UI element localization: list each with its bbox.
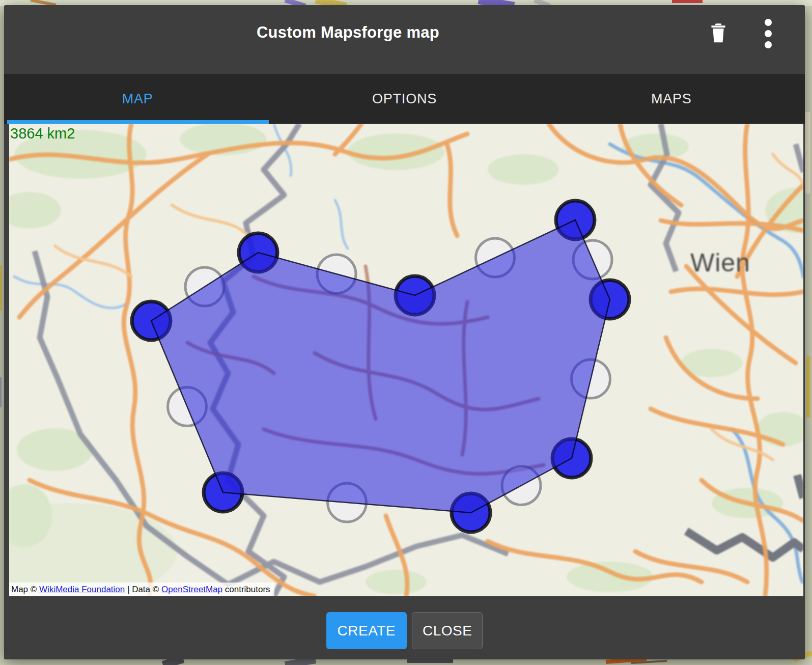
tab-map[interactable]: MAP (4, 74, 271, 124)
tab-options[interactable]: OPTIONS (271, 74, 538, 124)
dialog-actions: CREATE CLOSE (4, 612, 805, 649)
custom-mapsforge-dialog: Custom Mapsforge map MAP OPTIONS MAPS (4, 5, 805, 659)
create-button[interactable]: CREATE (326, 612, 407, 649)
selection-polygon-layer (9, 124, 803, 596)
trash-icon-glyph (707, 21, 730, 46)
close-button[interactable]: CLOSE (412, 612, 483, 649)
map-attribution: Map © WikiMedia Foundation | Data © Open… (9, 583, 274, 596)
dialog-titlebar: Custom Mapsforge map (4, 5, 805, 74)
attribution-text: Map © (11, 585, 37, 594)
selection-polygon[interactable] (151, 220, 610, 513)
selected-area-size-label: 3864 km2 (10, 125, 75, 142)
overflow-menu-icon[interactable] (754, 19, 782, 48)
attribution-text: | Data © (127, 585, 159, 594)
map-view[interactable]: Wien 3864 km2 Map © WikiMedia Foundation… (9, 124, 803, 596)
tab-maps[interactable]: MAPS (538, 74, 805, 124)
active-tab-indicator (7, 120, 269, 124)
openstreetmap-link[interactable]: OpenStreetMap (161, 585, 222, 594)
tab-bar: MAP OPTIONS MAPS (4, 74, 805, 124)
wikimedia-link[interactable]: WikiMedia Foundation (39, 585, 125, 594)
trash-icon[interactable] (704, 19, 733, 48)
dialog-title: Custom Mapsforge map (4, 23, 805, 42)
overflow-menu-glyph (763, 17, 774, 50)
attribution-text: contributors (225, 585, 270, 594)
